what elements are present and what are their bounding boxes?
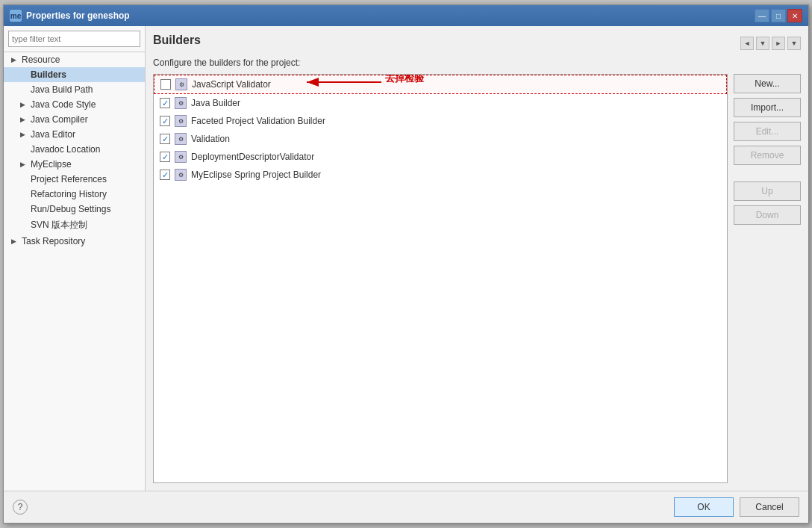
properties-dialog: me Properties for geneshop — □ ✕ ▶Resour… (3, 4, 809, 524)
builder-item-faceted-project[interactable]: ⚙Faceted Project Validation Builder (154, 112, 727, 130)
filter-box (4, 26, 145, 52)
builders-list: ⚙JavaScript Validator⚙Java Builder⚙Facet… (153, 74, 728, 483)
tree-arrow-java-editor: ▶ (20, 131, 28, 138)
sidebar-label-java-build-path: Java Build Path (31, 84, 93, 95)
tree-arrow-java-compiler: ▶ (20, 116, 28, 123)
sidebar-item-javadoc-location[interactable]: Javadoc Location (4, 142, 145, 157)
builder-item-myeclipse-spring[interactable]: ⚙MyEclipse Spring Project Builder (154, 166, 727, 184)
builder-item-validation[interactable]: ⚙Validation (154, 130, 727, 148)
builder-icon-validation: ⚙ (175, 133, 187, 145)
builder-checkbox-javascript-validator[interactable] (160, 79, 171, 90)
builder-checkbox-java-builder[interactable] (160, 98, 170, 108)
tree-arrow-resource: ▶ (11, 56, 19, 63)
sidebar-label-project-references: Project References (31, 174, 107, 184)
nav-forward-button[interactable]: ► (772, 37, 785, 50)
tree-arrow-task-repository: ▶ (11, 237, 19, 245)
maximize-button[interactable]: □ (771, 9, 786, 22)
sidebar-item-task-repository[interactable]: ▶Task Repository (4, 234, 145, 249)
close-button[interactable]: ✕ (787, 9, 802, 22)
sidebar-item-builders[interactable]: Builders (4, 67, 145, 82)
builder-label-validation: Validation (191, 134, 230, 144)
sidebar-label-builders: Builders (31, 69, 66, 80)
sidebar-label-java-editor: Java Editor (31, 129, 75, 140)
sidebar-item-java-editor[interactable]: ▶Java Editor (4, 127, 145, 142)
sidebar-label-myeclipse: MyEclipse (31, 159, 72, 170)
sidebar-item-resource[interactable]: ▶Resource (4, 52, 145, 67)
window-title: Properties for geneshop (26, 10, 130, 21)
bottom-buttons: OK Cancel (674, 497, 799, 517)
builders-container: ⚙JavaScript Validator⚙Java Builder⚙Facet… (154, 75, 727, 184)
sidebar-label-task-repository: Task Repository (22, 236, 85, 246)
title-bar-left: me Properties for geneshop (10, 10, 130, 22)
builder-icon-myeclipse-spring: ⚙ (175, 169, 187, 181)
sidebar-label-resource: Resource (22, 55, 60, 65)
sidebar-item-java-code-style[interactable]: ▶Java Code Style (4, 97, 145, 112)
tree-container: ▶ResourceBuildersJava Build Path▶Java Co… (4, 52, 145, 249)
cancel-button[interactable]: Cancel (740, 497, 799, 517)
tree-arrow-myeclipse: ▶ (20, 161, 28, 168)
bottom-bar: ? OK Cancel (4, 491, 808, 523)
sidebar-item-java-build-path[interactable]: Java Build Path (4, 82, 145, 97)
annotation-text: 去掉检验 (385, 74, 424, 85)
help-icon[interactable]: ? (13, 500, 28, 515)
builder-label-javascript-validator: JavaScript Validator (192, 79, 271, 90)
panel-title: Builders (153, 34, 201, 47)
header-icons: ◄ ▼ ► ▼ (740, 37, 801, 50)
tree-arrow-java-code-style: ▶ (20, 101, 28, 108)
new-button[interactable]: New... (734, 74, 801, 93)
title-bar: me Properties for geneshop — □ ✕ (4, 5, 808, 26)
nav-forward-dropdown[interactable]: ▼ (787, 37, 801, 50)
sidebar-label-run-debug-settings: Run/Debug Settings (31, 204, 110, 214)
builder-label-faceted-project: Faceted Project Validation Builder (191, 116, 325, 126)
up-button[interactable]: Up (734, 181, 801, 201)
sidebar-item-run-debug-settings[interactable]: Run/Debug Settings (4, 202, 145, 217)
remove-button[interactable]: Remove (734, 146, 801, 165)
sidebar: ▶ResourceBuildersJava Build Path▶Java Co… (4, 26, 146, 491)
builder-icon-javascript-validator: ⚙ (175, 78, 187, 90)
builder-checkbox-validation[interactable] (160, 134, 170, 144)
side-buttons: New... Import... Edit... Remove Up Down (734, 74, 801, 483)
edit-button[interactable]: Edit... (734, 122, 801, 141)
down-button[interactable]: Down (734, 205, 801, 225)
sidebar-item-java-compiler[interactable]: ▶Java Compiler (4, 112, 145, 127)
sidebar-label-refactoring-history: Refactoring History (31, 189, 107, 199)
sidebar-label-javadoc-location: Javadoc Location (31, 144, 100, 155)
nav-dropdown-button[interactable]: ▼ (756, 37, 769, 50)
panel-header-row: Builders ◄ ▼ ► ▼ (153, 34, 801, 53)
builder-label-myeclipse-spring: MyEclipse Spring Project Builder (191, 170, 321, 180)
sidebar-item-myeclipse[interactable]: ▶MyEclipse (4, 157, 145, 172)
builder-checkbox-faceted-project[interactable] (160, 116, 170, 126)
nav-back-button[interactable]: ◄ (740, 37, 754, 50)
app-icon: me (10, 10, 22, 22)
builder-checkbox-deployment-descriptor[interactable] (160, 152, 170, 162)
panel-description: Configure the builders for the project: (153, 58, 801, 68)
sidebar-item-project-references[interactable]: Project References (4, 172, 145, 187)
sidebar-item-refactoring-history[interactable]: Refactoring History (4, 187, 145, 202)
builder-icon-deployment-descriptor: ⚙ (175, 151, 187, 163)
builder-icon-faceted-project: ⚙ (175, 115, 187, 127)
builder-icon-java-builder: ⚙ (175, 97, 187, 109)
builder-label-deployment-descriptor: DeploymentDescriptorValidator (191, 152, 314, 162)
title-controls: — □ ✕ (755, 9, 802, 22)
builder-label-java-builder: Java Builder (191, 98, 240, 108)
builder-item-deployment-descriptor[interactable]: ⚙DeploymentDescriptorValidator (154, 148, 727, 166)
panel-body: ⚙JavaScript Validator⚙Java Builder⚙Facet… (153, 74, 801, 483)
sidebar-label-java-compiler: Java Compiler (31, 114, 88, 125)
builder-item-java-builder[interactable]: ⚙Java Builder (154, 94, 727, 112)
import-button[interactable]: Import... (734, 98, 801, 117)
minimize-button[interactable]: — (755, 9, 769, 22)
filter-input[interactable] (8, 31, 140, 47)
dialog-content: ▶ResourceBuildersJava Build Path▶Java Co… (4, 26, 808, 491)
builder-item-javascript-validator[interactable]: ⚙JavaScript Validator (154, 75, 727, 94)
main-panel: Builders ◄ ▼ ► ▼ Configure the builders … (146, 26, 808, 491)
sidebar-label-svn: SVN 版本控制 (31, 219, 87, 232)
ok-button[interactable]: OK (674, 497, 734, 517)
sidebar-label-java-code-style: Java Code Style (31, 99, 96, 110)
builder-checkbox-myeclipse-spring[interactable] (160, 170, 170, 180)
sidebar-item-svn[interactable]: SVN 版本控制 (4, 217, 145, 234)
